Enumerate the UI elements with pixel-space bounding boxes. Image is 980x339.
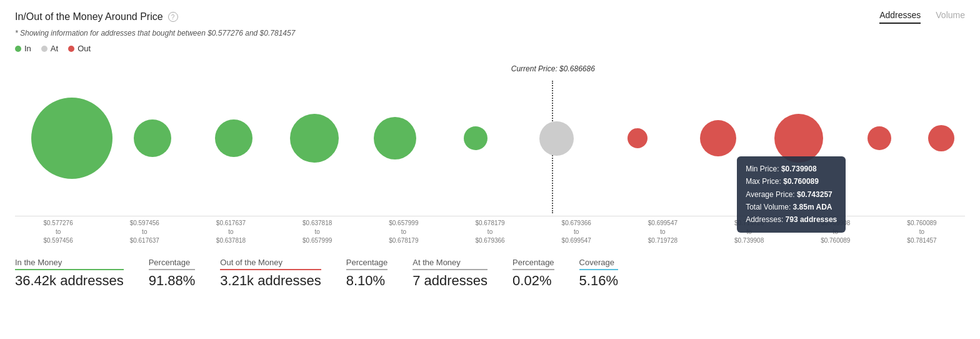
stat-label-6: Coverage [579,258,618,270]
stat-value-6: 5.16% [579,273,618,289]
stat-value-2: 3.21k addresses [220,273,321,289]
x-label-5: $0.678179to$0.679366 [447,216,533,245]
bubble-3 [290,114,339,163]
stat-value-4: 7 addresses [412,273,488,289]
legend-out: Out [68,44,91,53]
x-label-1: $0.597456to$0.617637 [101,216,188,245]
bubble-10 [868,126,891,150]
bubble-9[interactable] [774,114,823,163]
help-icon[interactable]: ? [168,12,178,22]
stat-label-1: Percentage [149,258,196,270]
bubble-11 [928,125,954,151]
bubble-6 [539,121,574,156]
stat-block-1: Percentage91.88% [149,258,196,289]
tab-volume[interactable]: Volume [936,10,965,24]
bubble-4 [374,117,416,159]
stat-block-5: Percentage0.02% [512,258,554,289]
stat-label-4: At the Money [412,258,488,270]
x-label-6: $0.679366to$0.699547 [533,216,619,245]
stat-block-2: Out of the Money3.21k addresses [220,258,321,289]
bubble-1 [134,119,171,157]
stat-value-3: 8.10% [346,273,388,289]
x-label-3: $0.637818to$0.657999 [274,216,361,245]
legend-label-at: At [51,44,58,53]
tab-group: Addresses Volume [879,10,965,24]
chart-area: Current Price: $0.686686Min Price: $0.73… [15,63,965,213]
stat-block-4: At the Money7 addresses [412,258,488,289]
current-price-label: Current Price: $0.686686 [511,64,595,73]
bubble-7 [628,128,648,148]
legend-label-in: In [24,44,31,53]
stat-label-3: Percentage [346,258,388,270]
stat-label-5: Percentage [512,258,554,270]
x-label-7: $0.699547to$0.719728 [619,216,706,245]
x-label-10: $0.760089to$0.781457 [879,216,965,245]
legend-dot-out [68,46,74,52]
legend-label-out: Out [78,44,91,53]
stat-value-1: 91.88% [149,273,196,289]
stat-block-6: Coverage5.16% [579,258,618,289]
stat-value-0: 36.42k addresses [15,273,124,289]
stat-block-0: In the Money36.42k addresses [15,258,124,289]
bubble-0 [31,98,112,179]
stat-block-3: Percentage8.10% [346,258,388,289]
legend-dot-at [41,46,48,52]
bubble-2 [215,119,252,157]
subtitle: * Showing information for addresses that… [15,29,965,38]
legend-dot-in [15,46,21,52]
x-label-9: $0.739908to$0.760089 [792,216,879,245]
bubble-5 [464,126,488,150]
tab-addresses[interactable]: Addresses [879,10,921,24]
stat-label-0: In the Money [15,258,124,270]
title-group: In/Out of the Money Around Price ? [15,11,178,23]
x-axis: $0.577276to$0.597456$0.597456to$0.617637… [15,216,965,245]
x-label-0: $0.577276to$0.597456 [15,216,101,245]
stat-value-5: 0.02% [512,273,554,289]
page-title: In/Out of the Money Around Price [15,11,163,23]
bubble-8 [700,120,736,156]
stats-row: In the Money36.42k addressesPercentage91… [15,258,965,289]
header: In/Out of the Money Around Price ? Addre… [15,10,965,24]
stat-label-2: Out of the Money [220,258,321,270]
legend-in: In [15,44,31,53]
x-label-2: $0.617637to$0.637818 [188,216,274,245]
legend-at: At [41,44,58,53]
x-label-8: $0.719728to$0.739908 [706,216,792,245]
x-label-4: $0.657999to$0.678179 [361,216,447,245]
legend: In At Out [15,44,965,53]
